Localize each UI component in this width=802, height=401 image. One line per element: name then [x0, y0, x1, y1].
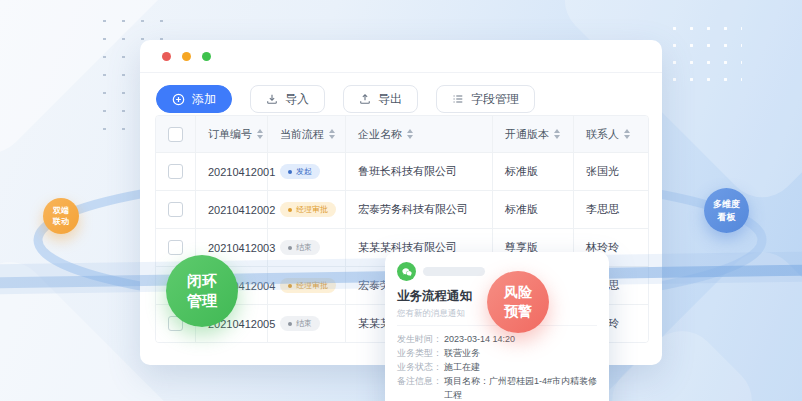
row-company-name: 鲁班长科技有限公司	[346, 153, 493, 190]
notification-card: 业务流程通知 您有新的消息通知 发生时间： 2023-03-14 14:20 业…	[385, 252, 609, 401]
export-button[interactable]: 导出	[343, 85, 418, 113]
order-number-value: 20210412004	[208, 280, 275, 292]
row-company-name: 宏泰劳务科技有限公司	[346, 191, 493, 228]
header-contact-label: 联系人	[586, 127, 619, 142]
add-button-label: 添加	[192, 91, 216, 108]
add-button[interactable]: 添加	[156, 85, 232, 113]
field-label: 业务类型：	[397, 346, 444, 360]
row-current-flow: 结束	[268, 229, 346, 266]
import-button-label: 导入	[285, 91, 309, 108]
header-version-label: 开通版本	[505, 127, 549, 142]
import-download-icon	[266, 93, 278, 105]
version-value: 标准版	[505, 164, 538, 179]
dot-grid-top-right	[666, 20, 742, 92]
status-badge: 结束	[280, 240, 320, 255]
notification-title: 业务流程通知	[397, 288, 597, 305]
feature-badge-multi-board: 多维度 看板	[704, 188, 749, 233]
import-button[interactable]: 导入	[250, 85, 325, 113]
row-checkbox-cell	[156, 305, 196, 342]
window-minimize-button[interactable]	[182, 52, 191, 61]
row-current-flow: 经理审批	[268, 267, 346, 304]
version-value: 标准版	[505, 202, 538, 217]
notification-header	[397, 262, 597, 281]
field-manage-button[interactable]: 字段管理	[436, 85, 535, 113]
feature-badge-text: 看板	[718, 211, 736, 224]
field-label: 发生时间：	[397, 332, 444, 346]
field-value: 施工在建	[444, 360, 597, 374]
sort-icon[interactable]	[329, 129, 335, 139]
status-badge: 经理审批	[280, 202, 336, 217]
window-close-button[interactable]	[162, 52, 171, 61]
sort-icon[interactable]	[554, 129, 560, 139]
order-number-value: 20210412001	[208, 166, 275, 178]
contact-value: 李思思	[586, 202, 619, 217]
order-number-value: 20210412002	[208, 204, 275, 216]
select-all-checkbox[interactable]	[168, 127, 183, 142]
marketing-scene: 添加 导入 导出	[0, 0, 802, 401]
row-order-number: 20210412004	[196, 267, 268, 304]
sender-pill-placeholder	[423, 267, 485, 276]
row-order-number: 20210412005	[196, 305, 268, 342]
toolbar: 添加 导入 导出	[140, 73, 662, 113]
row-current-flow: 经理审批	[268, 191, 346, 228]
field-manage-button-label: 字段管理	[471, 91, 519, 108]
remark-line: 项目名称：广州碧桂园1-4#市内精装修工程	[444, 374, 597, 401]
feature-badge-text: 联动	[53, 216, 69, 227]
row-version: 标准版	[493, 191, 574, 228]
header-contact: 联系人	[574, 116, 648, 152]
table-header-row: 订单编号 当前流程 企业名称 开通版本 联系人	[156, 116, 648, 153]
table-row[interactable]: 20210412002 经理审批 宏泰劳务科技有限公司 标准版 李思思	[156, 191, 648, 229]
row-current-flow: 结束	[268, 305, 346, 342]
export-upload-icon	[359, 93, 371, 105]
row-checkbox-cell	[156, 267, 196, 304]
header-company-name-label: 企业名称	[358, 127, 402, 142]
row-order-number: 20210412001	[196, 153, 268, 190]
row-checkbox-cell	[156, 191, 196, 228]
field-label: 业务状态：	[397, 360, 444, 374]
export-button-label: 导出	[378, 91, 402, 108]
company-name-value: 宏泰劳务科技有限公司	[358, 202, 468, 217]
notification-remark: 备注信息： 项目名称：广州碧桂园1-4#市内精装修工程 合同名称：广州碧桂园1-…	[397, 374, 597, 401]
row-checkbox[interactable]	[168, 278, 183, 293]
row-checkbox[interactable]	[168, 164, 183, 179]
row-checkbox[interactable]	[168, 240, 183, 255]
sort-icon[interactable]	[407, 129, 413, 139]
notification-field: 业务类型： 联营业务	[397, 346, 597, 360]
feature-badge-text: 多维度	[713, 198, 740, 211]
notification-field: 发生时间： 2023-03-14 14:20	[397, 332, 597, 346]
sort-icon[interactable]	[257, 129, 263, 139]
window-titlebar	[140, 40, 662, 73]
status-badge: 结束	[280, 316, 320, 331]
remark-lines: 项目名称：广州碧桂园1-4#市内精装修工程 合同名称：广州碧桂园1-4#市内精装…	[444, 374, 597, 401]
feature-badge-text: 双端	[53, 205, 69, 216]
header-current-flow-label: 当前流程	[280, 127, 324, 142]
status-badge: 经理审批	[280, 278, 336, 293]
order-number-value: 20210412005	[208, 318, 275, 330]
header-order-number: 订单编号	[196, 116, 268, 152]
wechat-icon	[397, 262, 416, 281]
row-order-number: 20210412003	[196, 229, 268, 266]
header-checkbox-cell	[156, 116, 196, 152]
row-checkbox[interactable]	[168, 316, 183, 331]
header-order-number-label: 订单编号	[208, 127, 252, 142]
window-zoom-button[interactable]	[202, 52, 211, 61]
table-row[interactable]: 20210412001 发起 鲁班长科技有限公司 标准版 张国光	[156, 153, 648, 191]
row-checkbox[interactable]	[168, 202, 183, 217]
order-number-value: 20210412003	[208, 242, 275, 254]
header-version: 开通版本	[493, 116, 574, 152]
feature-badge-dual-link: 双端 联动	[43, 198, 79, 234]
contact-value: 张国光	[586, 164, 619, 179]
header-current-flow: 当前流程	[268, 116, 346, 152]
header-company-name: 企业名称	[346, 116, 493, 152]
field-value: 联营业务	[444, 346, 597, 360]
field-value: 2023-03-14 14:20	[444, 332, 597, 346]
status-badge: 发起	[280, 164, 320, 179]
notification-body: 发生时间： 2023-03-14 14:20 业务类型： 联营业务 业务状态： …	[397, 332, 597, 401]
row-contact: 李思思	[574, 191, 648, 228]
notification-subtitle: 您有新的消息通知	[397, 308, 597, 326]
sort-icon[interactable]	[624, 129, 630, 139]
notification-field: 业务状态： 施工在建	[397, 360, 597, 374]
row-checkbox-cell	[156, 153, 196, 190]
row-version: 标准版	[493, 153, 574, 190]
field-label: 备注信息：	[397, 374, 444, 401]
